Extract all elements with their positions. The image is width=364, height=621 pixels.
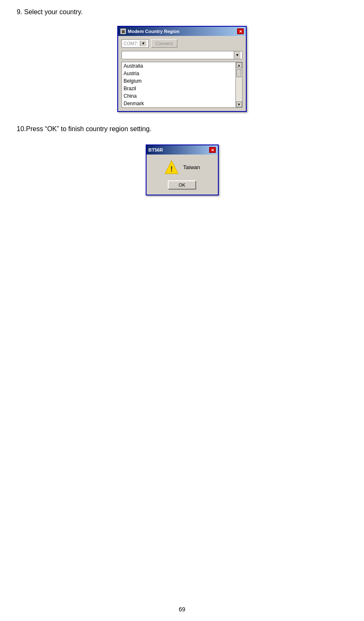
country-search-box[interactable]: ▼ — [121, 51, 243, 59]
step9-text: 9. Select your country. — [17, 8, 347, 16]
list-item[interactable]: Denmark — [122, 100, 235, 107]
page-number: 69 — [179, 606, 185, 613]
bt56r-dialog-close-button[interactable]: ✕ — [209, 147, 216, 153]
modem-country-region-dialog: ▦ Modem Country Region ✕ COM7: ▼ Connect… — [117, 26, 247, 112]
svg-text:!: ! — [170, 165, 173, 173]
scroll-track — [236, 68, 242, 101]
country-name-label: Taiwan — [183, 164, 200, 170]
list-item[interactable]: Austria — [122, 70, 235, 77]
list-item[interactable]: Brazil — [122, 85, 235, 92]
list-item[interactable]: Australia — [122, 62, 235, 70]
bt56r-message-row: ! Taiwan — [164, 160, 200, 175]
modem-top-controls: COM7: ▼ Connect — [121, 39, 243, 48]
modem-dialog-title: Modem Country Region — [128, 29, 237, 34]
bt56r-dialog-body: ! Taiwan OK — [147, 155, 218, 195]
ok-button[interactable]: OK — [168, 180, 196, 190]
country-list: Australia Austria Belgium Brazil China D… — [122, 62, 235, 107]
bt56r-dialog-title: BT56R — [149, 147, 209, 152]
com-port-value: COM7: — [124, 41, 138, 46]
scroll-thumb[interactable] — [236, 69, 241, 77]
warning-icon: ! — [164, 160, 179, 175]
list-item[interactable]: Belgium — [122, 77, 235, 85]
country-search-dropdown-arrow[interactable]: ▼ — [234, 51, 240, 59]
modem-dialog-titlebar: ▦ Modem Country Region ✕ — [118, 27, 246, 36]
scroll-down-button[interactable]: ▼ — [236, 101, 242, 107]
country-list-scrollbar[interactable]: ▲ ▼ — [235, 62, 242, 107]
com-port-select[interactable]: COM7: ▼ — [121, 39, 149, 48]
country-list-container: Australia Austria Belgium Brazil China D… — [121, 62, 243, 108]
step10-text: 10.Press “OK” to finish country region s… — [17, 125, 347, 133]
com-port-dropdown-arrow[interactable]: ▼ — [140, 41, 147, 46]
modem-dialog-close-button[interactable]: ✕ — [237, 28, 244, 34]
bt56r-dialog: BT56R ✕ ! Taiwan OK — [146, 144, 219, 195]
connect-button[interactable]: Connect — [151, 39, 177, 48]
list-item[interactable]: China — [122, 92, 235, 100]
modem-dialog-container: ▦ Modem Country Region ✕ COM7: ▼ Connect… — [17, 26, 347, 112]
modem-dialog-body: COM7: ▼ Connect ▼ Australia Austria Belg… — [118, 36, 246, 111]
bt56r-dialog-titlebar: BT56R ✕ — [147, 145, 218, 155]
modem-dialog-icon: ▦ — [120, 28, 126, 34]
scroll-up-button[interactable]: ▲ — [236, 62, 242, 68]
bt56r-dialog-container: BT56R ✕ ! Taiwan OK — [17, 144, 347, 195]
